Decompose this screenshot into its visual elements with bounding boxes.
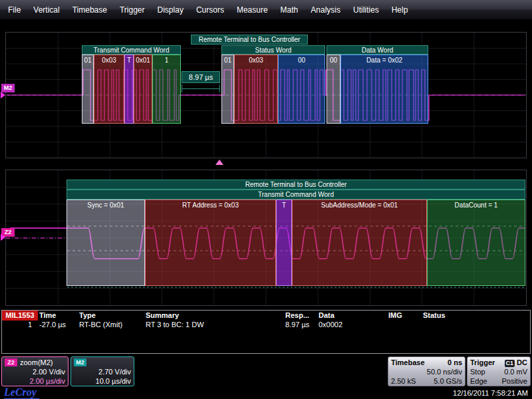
menu-item-display[interactable]: Display	[158, 5, 184, 15]
m2-descriptor[interactable]: M2 2.70 V/div 10.0 µs/div	[70, 356, 134, 386]
column-header-img: IMG	[387, 311, 422, 321]
table-row[interactable]	[2, 338, 530, 346]
decode-field: RT Address = 0x03	[145, 200, 276, 286]
table-cell: RT 3 to BC: 1 DW	[144, 321, 284, 329]
trigger-slope-value: Positive	[501, 377, 527, 385]
table-cell	[422, 329, 530, 338]
table-cell	[422, 321, 530, 329]
decode-group-title: Transmit Command Word	[82, 45, 181, 55]
table-cell	[38, 338, 78, 346]
decode-field: T	[124, 55, 134, 124]
table-cell	[422, 338, 530, 346]
table-cell: 0x0002	[317, 321, 387, 329]
bus-message-title: Remote Terminal to Bus Controller	[191, 35, 308, 45]
table-cell	[78, 329, 144, 338]
timebase-tdiv-value: 50.0 ns/div	[388, 367, 465, 376]
column-header-status: Status	[422, 311, 530, 321]
m2-level-arrow-icon	[1, 92, 5, 98]
table-cell: RT-BC (Xmit)	[78, 321, 144, 329]
trigger-source-chip: C1	[505, 360, 515, 367]
m2-vdiv-value: 2.70 V/div	[71, 367, 134, 376]
zoom-bus-message-title: Remote Terminal to Bus Controller	[66, 180, 525, 190]
decode-group-title: Data Word	[327, 45, 428, 55]
z2-vdiv-value: 2.00 V/div	[2, 367, 68, 376]
column-header-summary: Summary	[144, 311, 284, 321]
column-header-time: Time	[38, 311, 78, 321]
timebase-samples-value: 2.50 kS	[391, 377, 416, 385]
table-cell	[284, 338, 317, 346]
decode-field: Sync = 0x01	[66, 200, 145, 286]
menu-item-vertical[interactable]: Vertical	[33, 5, 59, 15]
trigger-coupling-value: DC	[517, 358, 527, 366]
trigger-descriptor[interactable]: Trigger C1DC Stop 0.0 mV Edge Positive	[467, 356, 531, 386]
timebase-rate-value: 5.0 GS/s	[434, 377, 462, 385]
table-cell	[38, 329, 78, 338]
trigger-type-value: Edge	[470, 377, 487, 385]
menu-item-analysis[interactable]: Analysis	[311, 5, 340, 15]
decode-field: DataCount = 1	[427, 200, 525, 286]
m2-descriptor-header: M2	[71, 358, 134, 367]
menu-item-utilities[interactable]: Utilities	[353, 5, 379, 15]
table-cell	[284, 329, 317, 338]
trigger-mode-value: Stop	[470, 368, 485, 376]
table-cell	[317, 338, 387, 346]
z2-descriptor[interactable]: Z2 zoom(M2) 2.00 V/div 2.00 µs/div	[1, 356, 68, 386]
table-cell: 1	[2, 321, 38, 329]
menu-item-cursors[interactable]: Cursors	[196, 5, 224, 15]
z2-descriptor-header: Z2 zoom(M2)	[2, 358, 68, 367]
z2-level-arrow-icon	[1, 234, 5, 241]
column-header-type: Type	[78, 311, 144, 321]
oscilloscope-screen: FileVerticalTimebaseTriggerDisplayCursor…	[0, 0, 532, 399]
response-time-label: 8.97 µs	[182, 71, 220, 83]
decode-field: 0x03	[94, 55, 124, 124]
table-cell: 8.97 µs	[284, 321, 317, 329]
table-cell	[317, 329, 387, 338]
menu-item-measure[interactable]: Measure	[237, 5, 268, 15]
m2-descriptor-badge: M2	[74, 358, 86, 366]
timebase-label: Timebase	[391, 358, 425, 366]
mil1553-decoder-badge[interactable]: MIL1553	[2, 311, 38, 321]
decode-field: T	[276, 200, 292, 286]
table-row[interactable]: 1-27.0 µsRT-BC (Xmit)RT 3 to BC: 1 DW8.9…	[2, 321, 530, 329]
timebase-offset-value: 0 ns	[448, 358, 462, 366]
timebase-descriptor[interactable]: Timebase 0 ns 50.0 ns/div 2.50 kS 5.0 GS…	[388, 356, 466, 386]
decode-field: 00	[278, 55, 325, 124]
datetime-display: 12/16/2011 7:58:21 AM	[386, 389, 528, 397]
decode-field: 01	[221, 55, 234, 124]
decode-group-title: Status Word	[221, 45, 325, 55]
m2-tdiv-value: 10.0 µs/div	[71, 376, 134, 386]
menu-item-math[interactable]: Math	[281, 5, 299, 15]
response-measure-tick	[219, 84, 220, 92]
table-row[interactable]	[2, 329, 530, 338]
table-cell	[144, 329, 284, 338]
trigger-label: Trigger	[470, 358, 495, 366]
trigger-level-value: 0.0 mV	[504, 368, 527, 376]
decode-field: 0x01	[134, 55, 152, 124]
z2-descriptor-badge: Z2	[5, 358, 17, 366]
menu-item-timebase[interactable]: Timebase	[72, 5, 107, 15]
menu-item-file[interactable]: File	[8, 5, 21, 15]
menu-item-trigger[interactable]: Trigger	[120, 5, 145, 15]
menu-item-help[interactable]: Help	[392, 5, 408, 15]
decode-field: SubAddress/Mode = 0x01	[292, 200, 427, 286]
table-cell	[387, 321, 422, 329]
decode-field: Data = 0x02	[340, 55, 428, 124]
column-header-data: Data	[317, 311, 387, 321]
response-measure-line	[182, 88, 220, 89]
response-measure-tick	[182, 84, 182, 92]
table-cell	[78, 338, 144, 346]
decode-field: 1	[152, 55, 181, 124]
zoom-word-title: Transmit Command Word	[66, 190, 525, 200]
decode-table[interactable]: MIL1553TimeTypeSummaryResp...DataIMGStat…	[1, 310, 531, 354]
table-cell	[387, 329, 422, 338]
lecroy-logo: LeCroy	[4, 386, 39, 399]
decode-field: 01	[82, 55, 94, 124]
table-cell	[2, 329, 38, 338]
column-header-resp: Resp...	[284, 311, 317, 321]
table-cell	[387, 338, 422, 346]
decode-field: 00	[327, 55, 340, 124]
table-header-row: MIL1553TimeTypeSummaryResp...DataIMGStat…	[2, 311, 530, 321]
z2-descriptor-title: zoom(M2)	[20, 358, 53, 366]
menu-bar: FileVerticalTimebaseTriggerDisplayCursor…	[0, 0, 532, 20]
trigger-position-marker-icon[interactable]	[215, 160, 223, 165]
